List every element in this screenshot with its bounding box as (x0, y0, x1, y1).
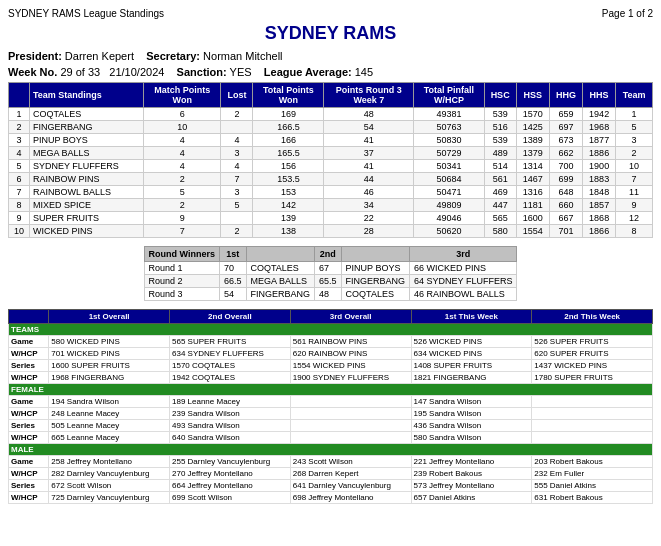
page-number: Page 1 of 2 (602, 8, 653, 19)
col-pinfall: Total PinfallW/HCP (414, 83, 484, 108)
sanction-value: YES (230, 66, 252, 78)
table-row: W/HCP1968 FINGERBANG1942 COQTALES1900 SY… (9, 372, 653, 384)
table-row: W/HCP701 WICKED PINS634 SYDNEY FLUFFERS6… (9, 348, 653, 360)
info-section: President: Darren Kepert Secretary: Norm… (8, 50, 653, 62)
table-row: 1COQTALES621694849381539157065919421 (9, 108, 653, 121)
secretary-value: Norman Mitchell (203, 50, 282, 62)
table-row: Game580 WICKED PINS565 SUPER FRUITS561 R… (9, 336, 653, 348)
table-row: Game194 Sandra Wilson189 Leanne Macey147… (9, 396, 653, 408)
table-row: Series1600 SUPER FRUITS1570 COQTALES1554… (9, 360, 653, 372)
table-row: 3PINUP BOYS441664150830539138967318773 (9, 134, 653, 147)
ov-3rd-col: 3rd Overall (290, 310, 411, 324)
col-hsc: HSC (484, 83, 516, 108)
doc-title: SYDNEY RAMS League Standings (8, 8, 164, 19)
col-tp-won: Total PointsWon (253, 83, 324, 108)
overall-table: 1st Overall 2nd Overall 3rd Overall 1st … (8, 309, 653, 504)
president-label: President: (8, 50, 62, 62)
sanction-label: Sanction: (177, 66, 227, 78)
table-row: W/HCP665 Leanne Macey640 Sandra Wilson58… (9, 432, 653, 444)
rw-col-round: Round Winners (144, 247, 219, 262)
col-mp-lost: Lost (221, 83, 253, 108)
rw-col-3rd: 3rd (410, 247, 517, 262)
table-row: 7RAINBOWL BALLS5315346504714691316648184… (9, 186, 653, 199)
avg-label: League Average: (264, 66, 352, 78)
week-info: Week No. 29 of 33 21/10/2024 Sanction: Y… (8, 66, 653, 78)
main-title: SYDNEY RAMS (8, 23, 653, 44)
rw-col-1st: 1st (219, 247, 246, 262)
col-hhs: HHS (583, 83, 616, 108)
secretary-label: Secretary: (146, 50, 200, 62)
section-header-row: FEMALE (9, 384, 653, 396)
ov-2nd-col: 2nd Overall (170, 310, 291, 324)
col-team: Team Standings (29, 83, 143, 108)
avg-value: 145 (355, 66, 373, 78)
table-row: 10WICKED PINS721382850620580155470118668 (9, 225, 653, 238)
page-header: SYDNEY RAMS League Standings Page 1 of 2 (8, 8, 653, 19)
rw-col-2nd: 2nd (315, 247, 342, 262)
week-value: 29 of 33 (60, 66, 100, 78)
week-label: Week No. (8, 66, 57, 78)
table-row: W/HCP282 Darnley Vancuylenburg270 Jeffre… (9, 468, 653, 480)
rw-col-2nd-name (341, 247, 410, 262)
ov-2wk-col: 2nd This Week (532, 310, 653, 324)
table-row: Series505 Leanne Macey493 Sandra Wilson4… (9, 420, 653, 432)
table-row: Game258 Jeffrey Montellano255 Darnley Va… (9, 456, 653, 468)
col-rank (9, 83, 30, 108)
ov-cat-col (9, 310, 49, 324)
col-hss: HSS (516, 83, 549, 108)
round-winners-container: Round Winners 1st 2nd 3rd Round 170COQTA… (8, 246, 653, 301)
list-item: Round 266.5MEGA BALLS65.5FINGERBANG64 SY… (144, 275, 517, 288)
col-team-num: Team (616, 83, 653, 108)
col-pr3: Points Round 3Week 7 (324, 83, 414, 108)
list-item: Round 354FINGERBANG48COQTALES46 RAINBOWL… (144, 288, 517, 301)
president-value: Darren Kepert (65, 50, 134, 62)
list-item: Round 170COQTALES67PINUP BOYS66 WICKED P… (144, 262, 517, 275)
table-row: 4MEGA BALLS43165.53750729489137966218862 (9, 147, 653, 160)
table-row: 8MIXED SPICE251423449809447118166018579 (9, 199, 653, 212)
table-row: 6RAINBOW PINS27153.544506845611467699188… (9, 173, 653, 186)
standings-table: Team Standings Match PointsWon Lost Tota… (8, 82, 653, 238)
table-row: W/HCP248 Leanne Macey239 Sandra Wilson19… (9, 408, 653, 420)
table-row: Series672 Scott Wilson664 Jeffrey Montel… (9, 480, 653, 492)
rw-col-1st-name (246, 247, 315, 262)
table-row: 2FINGERBANG10166.55450763516142569719685 (9, 121, 653, 134)
table-row: 9SUPER FRUITS913922490465651600667186812 (9, 212, 653, 225)
ov-1wk-col: 1st This Week (411, 310, 532, 324)
col-mp-won: Match PointsWon (144, 83, 221, 108)
date-value: 21/10/2024 (109, 66, 164, 78)
col-hhg: HHG (549, 83, 582, 108)
table-row: W/HCP725 Darnley Vancuylenburg699 Scott … (9, 492, 653, 504)
ov-1st-col: 1st Overall (49, 310, 170, 324)
round-winners-table: Round Winners 1st 2nd 3rd Round 170COQTA… (144, 246, 518, 301)
section-header-row: MALE (9, 444, 653, 456)
section-header-row: TEAMS (9, 324, 653, 336)
table-row: 5SYDNEY FLUFFERS441564150341514131470019… (9, 160, 653, 173)
